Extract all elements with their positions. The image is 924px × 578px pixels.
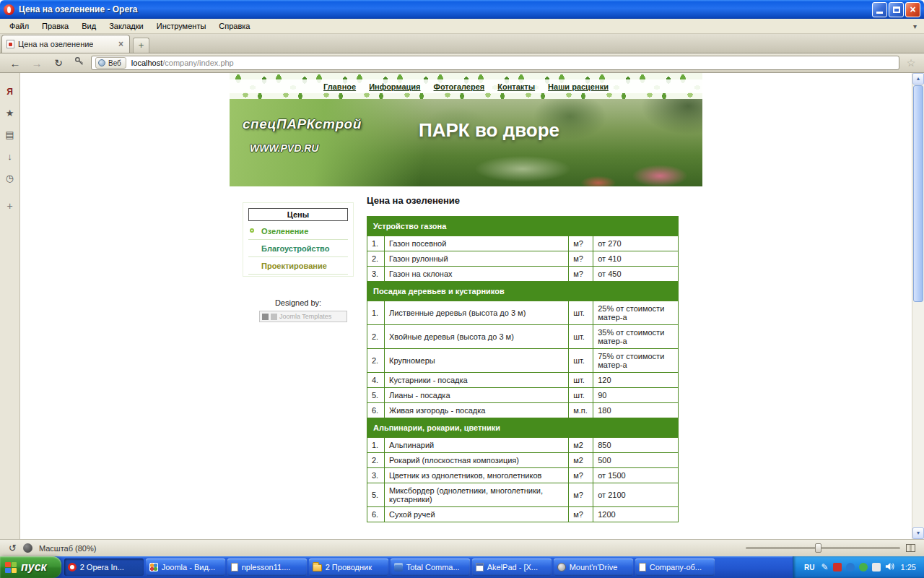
scroll-down-icon[interactable]: ▼	[912, 527, 924, 539]
notes-panel-icon[interactable]: ▤	[5, 130, 14, 139]
network-tray-icon[interactable]	[846, 563, 855, 571]
taskbar-item-explorer[interactable]: 2 Проводник	[309, 558, 388, 576]
cell-unit: м?	[569, 267, 593, 282]
cell-price: от 1500	[593, 468, 679, 483]
reload-icon[interactable]: ↻	[49, 57, 68, 69]
volume-icon[interactable]	[885, 561, 894, 574]
table-row: 4. Кустарники - посадка шт. 120	[367, 373, 679, 388]
globe-icon	[98, 59, 105, 66]
turbo-icon[interactable]	[23, 543, 32, 553]
status-undo-icon[interactable]: ↺	[9, 543, 17, 553]
table-row: 2. Газон рулонный м? от 410	[367, 251, 679, 267]
table-row: 3. Газон на склонах м? от 450	[367, 267, 679, 282]
menu-tools[interactable]: Инструменты	[150, 20, 213, 33]
menu-bookmarks[interactable]: Закладки	[103, 20, 150, 33]
cell-price: от 450	[593, 267, 679, 282]
page-title: Цена на озеленение	[367, 195, 679, 206]
cell-name: Лиственные деревья (высота до 3 м)	[384, 301, 568, 325]
close-button[interactable]: ×	[905, 2, 920, 17]
vertical-scrollbar[interactable]: ▲ ▼	[912, 73, 924, 539]
page-viewport: Главное Информация Фотогалерея Контакты …	[20, 73, 912, 539]
nav-link-info[interactable]: Информация	[369, 82, 420, 91]
tab-close-icon[interactable]: ×	[117, 39, 125, 49]
minimize-button[interactable]	[872, 2, 887, 17]
security-badge[interactable]: Веб	[95, 57, 126, 69]
nav-link-contacts[interactable]: Контакты	[497, 82, 535, 91]
joomla-icon	[149, 563, 158, 571]
taskbar-item-akelpad[interactable]: AkelPad - [X...	[472, 558, 552, 576]
taskbar-item-label: 2 Opera In...	[80, 563, 124, 571]
site-sidebar: Цены Озеленение Благоустройство Проектир…	[230, 186, 364, 539]
add-panel-icon[interactable]: +	[6, 201, 12, 211]
cell-name: Рокарий (плоскостная композиция)	[384, 453, 568, 468]
cell-unit: шт.	[569, 373, 593, 388]
cell-number: 1.	[367, 438, 385, 453]
forward-icon[interactable]: →	[27, 57, 46, 69]
section-header-row: Устройство газона	[367, 217, 679, 236]
site-slogan: ПАРК во дворе	[419, 119, 559, 142]
leaf-pattern-band: Главное Информация Фотогалерея Контакты …	[230, 73, 702, 99]
messenger-tray-icon[interactable]	[859, 563, 868, 571]
drive-icon	[557, 563, 566, 571]
taskbar-item-total-commander[interactable]: Total Comma...	[391, 558, 470, 576]
zoom-slider[interactable]	[746, 544, 915, 552]
new-tab-button[interactable]: +	[133, 38, 149, 53]
tab-bar: Цена на озеленение × +	[0, 34, 924, 53]
nav-link-prices[interactable]: Наши расценки	[548, 82, 609, 91]
joomla-templates-badge[interactable]: Joomla Templates	[259, 311, 347, 322]
menu-item-blagoustroystvo[interactable]: Благоустройство	[248, 240, 348, 257]
menu-item-proektirovanie[interactable]: Проектирование	[248, 257, 348, 275]
language-indicator[interactable]: RU	[802, 563, 816, 572]
menu-view[interactable]: Вид	[75, 20, 103, 33]
bookmark-star-icon[interactable]: ☆	[904, 57, 918, 69]
menu-edit[interactable]: Правка	[35, 20, 75, 33]
scroll-up-icon[interactable]: ▲	[912, 73, 924, 85]
clock: 1:25	[901, 563, 916, 571]
taskbar-item-nplesson[interactable]: nplesson11....	[227, 558, 307, 576]
fit-width-icon[interactable]	[906, 544, 915, 552]
history-panel-icon[interactable]: ◷	[6, 173, 14, 183]
cell-name: Живая изгородь - посадка	[384, 403, 568, 418]
cell-price: 90	[593, 388, 679, 403]
cell-unit: м?	[569, 483, 593, 507]
menu-title: Цены	[248, 208, 348, 221]
yandex-panel-icon[interactable]: Я	[6, 87, 13, 96]
downloads-panel-icon[interactable]: ↓	[7, 152, 12, 161]
window-title: Цена на озеленение - Opera	[19, 4, 137, 14]
menu-item-ozelenenie[interactable]: Озеленение	[248, 223, 348, 240]
scrollbar-track[interactable]	[912, 85, 924, 527]
cell-name: Цветник из однолетников, многолетников	[384, 468, 568, 483]
zoom-slider-track[interactable]	[746, 547, 900, 549]
security-badge-label: Веб	[108, 59, 121, 67]
section-header: Альпинарии, рокарии, цветники	[367, 418, 679, 438]
menu-file[interactable]: Файл	[3, 20, 35, 33]
table-row: 2. Крупномеры шт. 75% от стоимости матер…	[367, 349, 679, 373]
cell-number: 1.	[367, 236, 385, 251]
badge-square-icon	[271, 314, 277, 320]
address-field[interactable]: Веб localhost/company/index.php	[91, 56, 899, 70]
taskbar-item-opera[interactable]: 2 Opera In...	[64, 558, 144, 576]
menu-help[interactable]: Справка	[212, 20, 256, 33]
wand-password-icon[interactable]	[71, 56, 88, 69]
taskbar-item-mountndrive[interactable]: Mount'n'Drive	[554, 558, 633, 576]
nav-link-gallery[interactable]: Фотогалерея	[434, 82, 485, 91]
utility-tray-icon[interactable]	[872, 563, 881, 571]
scrollbar-thumb[interactable]	[913, 85, 923, 302]
maximize-button[interactable]	[889, 2, 904, 17]
back-icon[interactable]: ←	[6, 57, 25, 69]
taskbar-item-label: Mount'n'Drive	[570, 563, 618, 571]
chevron-down-icon[interactable]: ▾	[913, 22, 924, 30]
cell-price: от 410	[593, 251, 679, 267]
antivirus-tray-icon[interactable]	[833, 563, 842, 571]
nav-link-home[interactable]: Главное	[323, 82, 356, 91]
pencil-tray-icon[interactable]: ✎	[821, 563, 829, 571]
taskbar-item-label: 2 Проводник	[326, 563, 372, 571]
url-text: localhost/company/index.php	[131, 59, 234, 67]
start-button[interactable]: пуск	[0, 556, 61, 578]
taskbar-item-company[interactable]: Company-об...	[635, 558, 715, 576]
tab-active[interactable]: Цена на озеленение ×	[1, 35, 130, 53]
cell-name: Газон на склонах	[384, 267, 568, 282]
taskbar-item-joomla[interactable]: Joomla - Вид...	[146, 558, 225, 576]
bookmarks-panel-icon[interactable]: ★	[6, 108, 14, 118]
zoom-slider-thumb[interactable]	[815, 543, 821, 553]
